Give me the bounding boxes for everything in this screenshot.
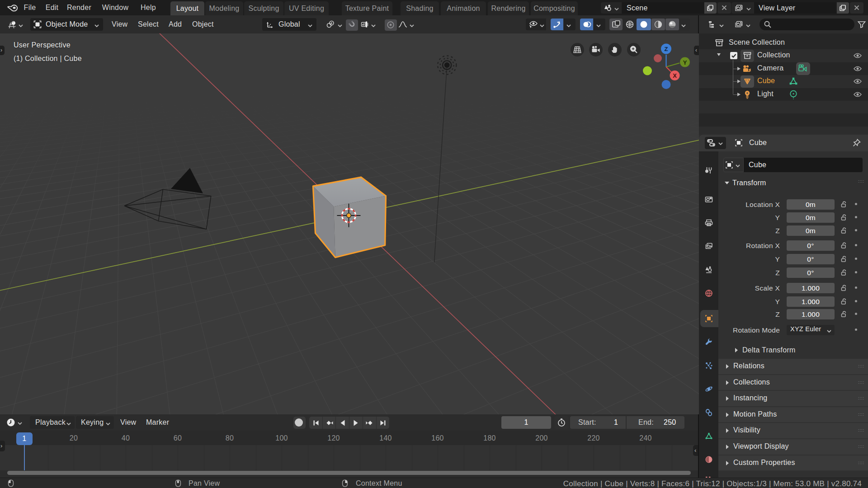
svg-text:Z: Z (665, 46, 668, 52)
svg-text:X: X (673, 72, 677, 79)
svg-text:Y: Y (683, 59, 687, 66)
